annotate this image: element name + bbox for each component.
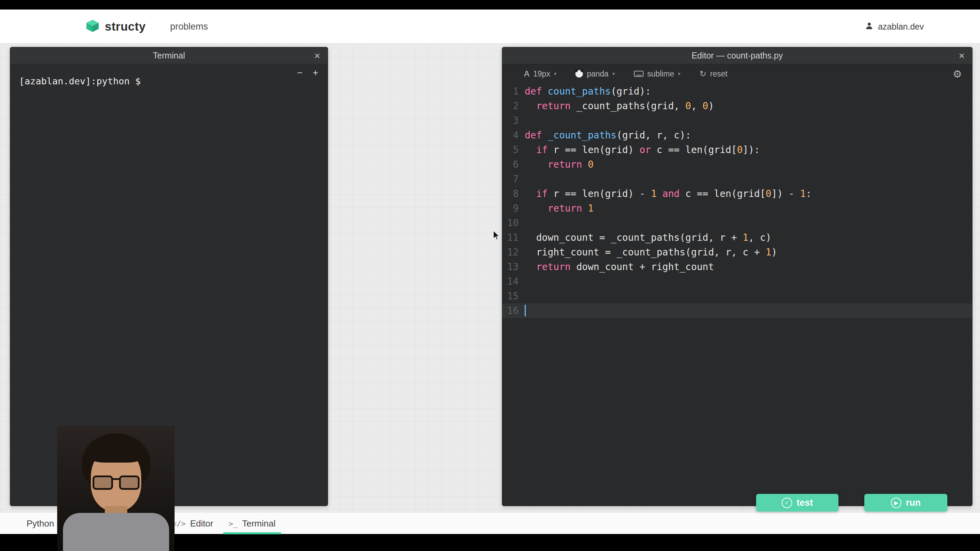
code-line[interactable]: 2 return _count_paths(grid, 0, 0) — [502, 98, 972, 113]
code-line[interactable]: 16 — [502, 303, 972, 318]
line-number: 8 — [502, 186, 525, 201]
reset-button[interactable]: ↻ reset — [700, 69, 727, 79]
username-label: azablan.dev — [878, 22, 924, 32]
webcam-overlay — [57, 426, 175, 551]
line-number: 4 — [502, 128, 525, 143]
screen: { "navbar": { "brand": "structy", "probl… — [0, 0, 980, 551]
top-navbar: structy problems azablan.dev — [0, 10, 980, 43]
line-number: 11 — [502, 230, 525, 245]
code-line[interactable]: 6 return 0 — [502, 157, 972, 172]
line-number: 9 — [502, 201, 525, 216]
font-size-icon: A — [524, 69, 530, 79]
code-line-content: return 0 — [525, 157, 593, 172]
code-line[interactable]: 4def _count_paths(grid, r, c): — [502, 128, 972, 143]
code-line[interactable]: 15 — [502, 289, 972, 303]
line-number: 7 — [502, 172, 525, 186]
code-line-content: def count_paths(grid): — [525, 84, 651, 98]
gear-icon[interactable]: ⚙ — [953, 68, 962, 80]
line-number: 15 — [502, 289, 525, 303]
keymap-value: sublime — [647, 69, 674, 79]
code-line[interactable]: 12 right_count = _count_paths(grid, r, c… — [502, 245, 972, 259]
editor-toolbar: A 19px ▾ panda ▾ sublime ▾ ↻ reset — [502, 64, 972, 83]
tab-python[interactable]: Python — [21, 513, 60, 534]
code-line-content: right_count = _count_paths(grid, r, c + … — [525, 245, 777, 259]
user-menu[interactable]: azablan.dev — [865, 10, 924, 43]
editor-panel: Editor — count-paths.py × A 19px ▾ panda… — [502, 47, 972, 506]
code-line-content: return 1 — [525, 201, 593, 216]
editor-title: Editor — count-paths.py — [692, 51, 783, 60]
code-line-content: if r == len(grid) or c == len(grid[0]): — [525, 143, 760, 157]
tab-editor-label: Editor — [190, 518, 213, 529]
tab-python-label: Python — [27, 518, 54, 529]
code-line[interactable]: 3 — [502, 113, 972, 128]
terminal-close-button[interactable]: × — [314, 51, 320, 61]
brand-logo[interactable]: structy — [86, 10, 146, 43]
code-line[interactable]: 13 return down_count + right_count — [502, 259, 972, 274]
chevron-down-icon: ▾ — [554, 71, 557, 77]
line-number: 12 — [502, 245, 525, 259]
code-line-content: down_count = _count_paths(grid, r + 1, c… — [525, 230, 772, 245]
code-line[interactable]: 8 if r == len(grid) - 1 and c == len(gri… — [502, 186, 972, 201]
structy-logo-icon — [86, 19, 99, 34]
nav-link-problems[interactable]: problems — [170, 10, 208, 43]
code-line-content: return down_count + right_count — [525, 259, 714, 274]
font-size-value: 19px — [533, 69, 550, 79]
code-line[interactable]: 10 — [502, 216, 972, 230]
chevron-down-icon: ▾ — [678, 71, 681, 77]
terminal-decrease-button[interactable]: − — [297, 68, 302, 78]
terminal-prompt-icon: >_ — [229, 519, 238, 528]
line-number: 16 — [502, 303, 525, 318]
code-lines: 1def count_paths(grid):2 return _count_p… — [502, 84, 972, 318]
person-shirt — [63, 513, 169, 551]
reset-icon: ↻ — [700, 69, 706, 79]
test-button[interactable]: ✓ test — [756, 494, 838, 511]
person-glasses — [91, 475, 142, 491]
code-line[interactable]: 1def count_paths(grid): — [502, 84, 972, 98]
editor-caret — [525, 305, 526, 316]
line-number: 1 — [502, 84, 525, 98]
keyboard-icon — [634, 71, 643, 77]
code-line[interactable]: 7 — [502, 172, 972, 186]
glasses-lens-left — [92, 475, 113, 490]
problems-label: problems — [170, 21, 208, 32]
line-number: 3 — [502, 113, 525, 128]
terminal-header: Terminal × — [10, 47, 328, 64]
editor-close-button[interactable]: × — [959, 51, 965, 61]
user-icon — [865, 21, 874, 32]
code-editor[interactable]: 1def count_paths(grid):2 return _count_p… — [502, 83, 972, 318]
line-number: 5 — [502, 143, 525, 157]
play-circle-icon: ▶ — [891, 498, 901, 508]
tab-terminal[interactable]: >_ Terminal — [223, 513, 281, 534]
code-line-content — [525, 303, 526, 318]
code-line-content: if r == len(grid) - 1 and c == len(grid[… — [525, 186, 811, 201]
line-number: 6 — [502, 157, 525, 172]
glasses-lens-right — [119, 475, 140, 490]
code-line[interactable]: 5 if r == len(grid) or c == len(grid[0])… — [502, 143, 972, 157]
line-number: 13 — [502, 259, 525, 274]
code-line-content: return _count_paths(grid, 0, 0) — [525, 98, 714, 113]
chevron-down-icon: ▾ — [612, 71, 615, 77]
terminal-increase-button[interactable]: + — [313, 68, 318, 78]
keymap-dropdown[interactable]: sublime ▾ — [634, 69, 681, 79]
person-fringe — [88, 443, 144, 462]
terminal-body[interactable]: [azablan.dev]:python $ — [10, 64, 328, 86]
test-button-label: test — [797, 498, 813, 508]
terminal-title: Terminal — [153, 51, 185, 60]
code-line[interactable]: 14 — [502, 274, 972, 289]
line-number: 2 — [502, 98, 525, 113]
glasses-bridge — [112, 478, 120, 480]
theme-dropdown[interactable]: panda ▾ — [576, 69, 615, 79]
code-line[interactable]: 11 down_count = _count_paths(grid, r + 1… — [502, 230, 972, 245]
code-line-content: def _count_paths(grid, r, c): — [525, 128, 691, 143]
line-number: 14 — [502, 274, 525, 289]
editor-header: Editor — count-paths.py × — [502, 47, 972, 64]
terminal-prompt: [azablan.dev]:python $ — [19, 76, 141, 86]
code-line[interactable]: 9 return 1 — [502, 201, 972, 216]
terminal-font-controls: − + — [297, 68, 318, 78]
check-circle-icon: ✓ — [782, 498, 792, 508]
brand-name: structy — [105, 20, 146, 33]
font-size-dropdown[interactable]: A 19px ▾ — [524, 69, 556, 79]
run-button[interactable]: ▶ run — [864, 494, 947, 511]
reset-label: reset — [710, 69, 727, 79]
run-button-label: run — [906, 498, 921, 508]
